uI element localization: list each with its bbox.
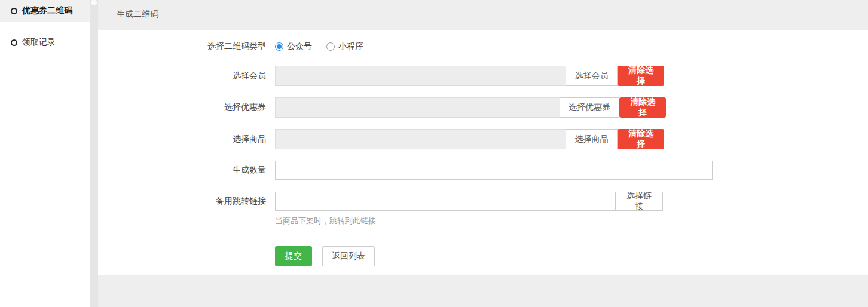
form-row-coupon: 选择优惠券 选择优惠券 清除选择 xyxy=(98,97,868,118)
sidebar-item-coupon-qrcode[interactable]: 优惠券二维码 xyxy=(0,0,90,22)
product-input xyxy=(275,129,566,149)
form-row-product: 选择商品 选择商品 清除选择 xyxy=(98,129,868,149)
sidebar-item-label: 优惠券二维码 xyxy=(22,5,72,16)
main-content: 生成二维码 选择二维码类型 公众号 小程序 选择 xyxy=(98,0,868,307)
scrollbar-thumb[interactable] xyxy=(91,0,97,5)
form-row-qr-type: 选择二维码类型 公众号 小程序 xyxy=(98,41,868,53)
circle-bullet-icon xyxy=(11,8,17,14)
select-member-button[interactable]: 选择会员 xyxy=(566,66,618,86)
form-row-quantity: 生成数量 xyxy=(98,161,868,180)
circle-bullet-icon xyxy=(11,39,17,46)
sidebar-item-claim-records[interactable]: 领取记录 xyxy=(0,32,90,53)
fallback-link-control-group: 选择链接 xyxy=(275,192,663,211)
select-product-button[interactable]: 选择商品 xyxy=(566,129,618,149)
coupon-input xyxy=(275,97,560,118)
fallback-link-label: 备用跳转链接 xyxy=(98,196,275,207)
fallback-link-hint: 当商品下架时，跳转到此链接 xyxy=(275,216,868,226)
sidebar-scrollbar[interactable] xyxy=(90,0,98,307)
radio-label: 公众号 xyxy=(287,41,312,52)
radio-unselected-icon[interactable] xyxy=(326,42,335,51)
member-label: 选择会员 xyxy=(98,70,275,81)
clear-product-button[interactable]: 清除选择 xyxy=(618,129,664,149)
radio-selected-icon[interactable] xyxy=(275,42,283,51)
qr-type-radio-group: 公众号 小程序 xyxy=(275,41,378,52)
product-label: 选择商品 xyxy=(98,134,275,145)
member-input xyxy=(275,66,566,86)
quantity-input[interactable] xyxy=(275,161,713,180)
qr-type-label: 选择二维码类型 xyxy=(98,41,275,52)
form-card: 选择二维码类型 公众号 小程序 选择会员 选择会员 xyxy=(98,30,868,275)
page-title: 生成二维码 xyxy=(117,9,158,19)
submit-button[interactable]: 提交 xyxy=(275,246,312,266)
app-window: 优惠券二维码 领取记录 生成二维码 选择二维码类型 公众号 xyxy=(0,0,868,307)
page-header: 生成二维码 xyxy=(98,0,868,30)
select-coupon-button[interactable]: 选择优惠券 xyxy=(560,97,619,118)
clear-member-button[interactable]: 清除选择 xyxy=(618,66,664,86)
product-control-group: 选择商品 清除选择 xyxy=(275,129,664,149)
radio-official-account[interactable]: 公众号 xyxy=(275,41,312,52)
member-control-group: 选择会员 清除选择 xyxy=(275,66,664,86)
form-actions: 提交 返回列表 xyxy=(275,246,868,266)
radio-label: 小程序 xyxy=(338,41,363,52)
sidebar-item-label: 领取记录 xyxy=(22,37,56,48)
select-link-button[interactable]: 选择链接 xyxy=(615,192,663,211)
coupon-control-group: 选择优惠券 清除选择 xyxy=(275,97,666,118)
form-row-fallback-link: 备用跳转链接 选择链接 xyxy=(98,192,868,211)
fallback-link-input[interactable] xyxy=(275,192,616,211)
back-to-list-button[interactable]: 返回列表 xyxy=(322,246,375,266)
form-row-member: 选择会员 选择会员 清除选择 xyxy=(98,66,868,86)
radio-mini-program[interactable]: 小程序 xyxy=(326,41,363,52)
sidebar: 优惠券二维码 领取记录 xyxy=(0,0,90,307)
coupon-label: 选择优惠券 xyxy=(98,102,275,113)
clear-coupon-button[interactable]: 清除选择 xyxy=(619,97,666,118)
quantity-label: 生成数量 xyxy=(98,165,275,176)
